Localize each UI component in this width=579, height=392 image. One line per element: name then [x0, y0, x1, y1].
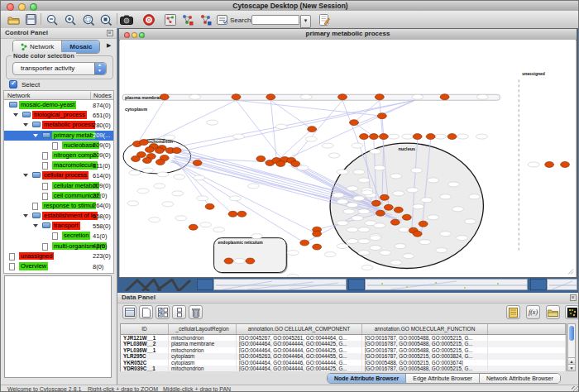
table-cell[interactable]: mitochondrion: [169, 366, 237, 371]
node-label-oval[interactable]: [428, 178, 439, 183]
table-cell[interactable]: YPL036W__2: [121, 341, 169, 347]
node-label-oval[interactable]: [358, 251, 370, 256]
minimized-window-titlebar[interactable]: [348, 279, 365, 290]
node-label-oval[interactable]: [337, 244, 348, 249]
node-label-oval[interactable]: [428, 215, 439, 220]
node-label-oval[interactable]: [343, 209, 355, 214]
column-header[interactable]: [488, 324, 566, 334]
table-cell[interactable]: YLR295C: [121, 353, 169, 359]
node-label-oval[interactable]: [337, 199, 348, 204]
network-node[interactable]: [300, 240, 309, 246]
node-label-oval[interactable]: [189, 94, 201, 99]
node-label-oval[interactable]: [129, 170, 141, 175]
open-file-icon[interactable]: [6, 12, 21, 26]
import-attributes-folder-icon[interactable]: [546, 305, 560, 319]
scroll-down-icon[interactable]: ▼: [568, 364, 575, 370]
network-edge[interactable]: [291, 100, 342, 160]
node-label-oval[interactable]: [358, 178, 370, 183]
node-label-oval[interactable]: [164, 135, 175, 140]
node-label-oval[interactable]: [305, 136, 317, 141]
network-node[interactable]: [377, 113, 386, 119]
node-label-oval[interactable]: [399, 227, 410, 232]
network-canvas[interactable]: plasma membrane cytoplasm mitochondrion …: [120, 40, 576, 277]
table-cell[interactable]: [488, 341, 566, 347]
table-cell[interactable]: [488, 335, 566, 341]
node-label-oval[interactable]: [233, 134, 245, 139]
node-label-oval[interactable]: [464, 219, 476, 224]
node-label-oval[interactable]: [440, 232, 452, 237]
node-label-oval[interactable]: [395, 244, 406, 249]
tree-row[interactable]: transport558(0): [4, 221, 113, 231]
attribute-table-icon[interactable]: [122, 305, 136, 319]
tab-node-attribute-browser[interactable]: Node Attribute Browser: [328, 374, 405, 383]
node-label-oval[interactable]: [353, 170, 365, 174]
tree-col-network[interactable]: Network: [7, 92, 31, 99]
node-label-oval[interactable]: [157, 172, 169, 177]
select-attributes-icon[interactable]: [156, 305, 170, 319]
node-label-oval[interactable]: [374, 223, 385, 228]
node-label-oval[interactable]: [149, 218, 160, 222]
zoom-to-fit-icon[interactable]: [98, 12, 113, 26]
node-label-oval[interactable]: [247, 184, 259, 189]
zoom-in-icon[interactable]: [63, 12, 78, 26]
node-label-oval[interactable]: [324, 252, 336, 257]
network-edge[interactable]: [170, 100, 415, 148]
node-label-oval[interactable]: [361, 190, 373, 195]
node-label-oval[interactable]: [476, 134, 487, 139]
network-node[interactable]: [419, 221, 428, 227]
node-label-oval[interactable]: [275, 124, 287, 129]
node-label-oval[interactable]: [413, 204, 424, 209]
network-node[interactable]: [256, 156, 266, 162]
node-label-oval[interactable]: [421, 198, 433, 203]
tree-row[interactable]: cell communicat22(0): [4, 191, 113, 201]
column-header[interactable]: ID: [121, 324, 169, 334]
node-label-oval[interactable]: [452, 207, 464, 212]
table-row[interactable]: YKR052Ccytoplasm[GO:0044464, GO:0044446,…: [121, 360, 566, 366]
node-label-oval[interactable]: [287, 251, 299, 256]
network-node[interactable]: [291, 160, 300, 166]
scroll-up-icon[interactable]: ▲: [568, 357, 575, 364]
network-edge[interactable]: [270, 100, 276, 160]
node-label-oval[interactable]: [370, 246, 381, 251]
node-label-oval[interactable]: [322, 143, 333, 148]
tree-row[interactable]: primary metab209(...: [4, 131, 113, 141]
node-label-oval[interactable]: [436, 248, 447, 253]
tree-row[interactable]: nitrogen compo209(0): [4, 151, 113, 160]
network-node[interactable]: [413, 231, 422, 237]
table-row[interactable]: YJR121W__1mitochondrion[GO:0045267, GO:0…: [121, 335, 566, 341]
network-node[interactable]: [155, 148, 164, 154]
table-row[interactable]: YLR295Ccytoplasm[GO:0045263, GO:0044464,…: [121, 353, 566, 359]
table-scrollbar[interactable]: ▲ ▼: [567, 323, 576, 371]
tree-row[interactable]: secretion41(0): [4, 231, 113, 241]
node-label-oval[interactable]: [197, 196, 208, 201]
node-label-oval[interactable]: [234, 259, 246, 264]
table-row[interactable]: YDR039C__1mitochondrion[GO:0044464, GO:0…: [121, 366, 566, 371]
node-label-oval[interactable]: [374, 165, 385, 170]
table-cell[interactable]: [GO:0016787, GO:0005488, GO:0005215, G..…: [362, 335, 488, 341]
node-label-oval[interactable]: [230, 196, 242, 201]
table-cell[interactable]: mitochondrion: [169, 335, 237, 341]
tab-network-attribute-browser[interactable]: Network Attribute Browser: [479, 374, 560, 383]
minimized-window-preview[interactable]: [547, 279, 577, 290]
network-node[interactable]: [447, 134, 457, 140]
network-view-window[interactable]: primary metabolic process plasma membran…: [118, 28, 577, 278]
save-icon[interactable]: [23, 12, 38, 26]
window-resize-grip[interactable]: [572, 386, 579, 392]
minimized-window-titlebar[interactable]: [530, 279, 547, 290]
network-node[interactable]: [224, 258, 233, 264]
network-node[interactable]: [189, 224, 198, 230]
network-node[interactable]: [369, 134, 378, 140]
node-label-oval[interactable]: [194, 175, 205, 180]
disclosure-triangle-icon[interactable]: [23, 214, 28, 218]
network-node[interactable]: [426, 134, 435, 140]
table-cell[interactable]: plasma membrane: [169, 341, 237, 347]
node-label-oval[interactable]: [213, 227, 225, 232]
node-label-oval[interactable]: [358, 209, 370, 214]
node-label-oval[interactable]: [328, 153, 340, 158]
node-label-oval[interactable]: [528, 162, 539, 167]
node-label-oval[interactable]: [200, 222, 212, 227]
node-label-oval[interactable]: [353, 196, 365, 201]
table-cell[interactable]: cytoplasm: [169, 353, 237, 359]
table-cell[interactable]: YJR121W__1: [121, 335, 169, 341]
node-label-oval[interactable]: [347, 186, 358, 191]
